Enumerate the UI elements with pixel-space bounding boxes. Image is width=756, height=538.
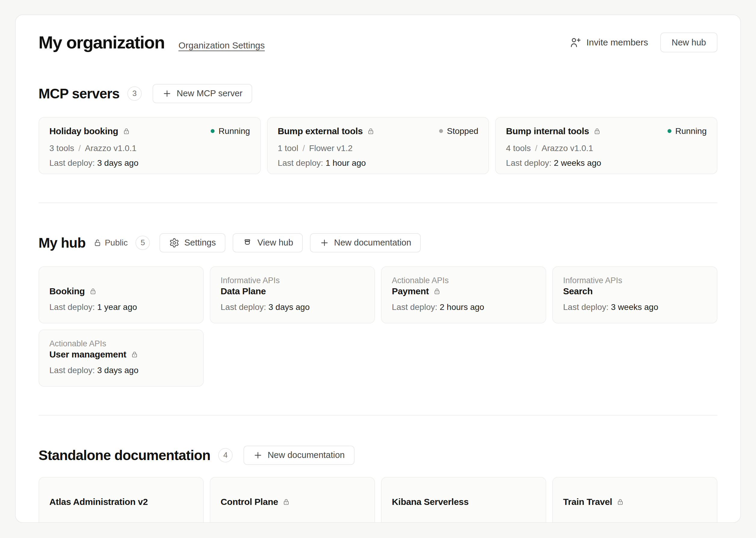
mcp-server-card[interactable]: Bump external tools Stopped 1 tool/Flowe… [267,117,489,174]
hub-cards-row-2: Actionable APIs User management Last dep… [38,330,718,387]
hub-doc-card[interactable]: Informative APIs Data Plane Last deploy:… [210,266,375,323]
mcp-servers-header: MCP servers 3 New MCP server [38,84,718,103]
page-header: My organization Organization Settings In… [38,15,718,53]
standalone-new-documentation-label: New documentation [268,450,345,460]
new-mcp-server-button[interactable]: New MCP server [153,84,252,103]
invite-members-button[interactable]: Invite members [569,36,648,48]
lock-icon [367,127,375,135]
standalone-cards-row: Atlas Administration v2 Control Plane Ki… [38,477,718,523]
hub-visibility: Public [93,238,128,248]
plus-icon [253,451,263,460]
standalone-count-badge: 4 [218,448,233,462]
doc-category: Informative APIs [563,267,707,286]
view-hub-button[interactable]: View hub [233,233,303,252]
hub-doc-card[interactable]: Actionable APIs Payment Last deploy:2 ho… [381,266,546,323]
my-hub-heading: My hub [38,235,85,251]
status-dot [211,129,215,133]
status-label: Stopped [447,126,478,136]
section-divider [38,415,718,415]
lock-icon [593,127,601,135]
mcp-card-meta: 4 tools/Arazzo v1.0.1 [506,143,707,153]
hub-new-documentation-button[interactable]: New documentation [310,233,421,252]
lock-icon [282,498,290,506]
mcp-server-card[interactable]: Holiday booking Running 3 tools/Arazzo v… [38,117,261,174]
main-panel: My organization Organization Settings In… [15,15,741,523]
last-deploy: Last deploy:3 days ago [49,158,250,168]
mcp-card-meta: 3 tools/Arazzo v1.0.1 [49,143,250,153]
standalone-header: Standalone documentation 4 New documenta… [38,446,718,465]
gear-icon [169,238,179,248]
doc-title: User management [49,350,127,359]
standalone-doc-card[interactable]: Atlas Administration v2 [38,477,204,523]
mcp-count-badge: 3 [127,86,142,101]
standalone-doc-card[interactable]: Kibana Serverless [381,477,546,523]
last-deploy: Last deploy:3 days ago [221,302,364,312]
status-dot [439,129,443,133]
mcp-card-title: Bump external tools [278,126,363,136]
doc-category [49,267,193,286]
last-deploy: Last deploy:1 year ago [49,302,193,312]
doc-title: Payment [392,286,429,296]
new-hub-label: New hub [672,38,706,48]
user-plus-icon [569,36,581,48]
my-hub-header: My hub Public 5 Settings View hub [38,233,718,252]
plus-icon [320,238,329,248]
lock-open-icon [93,239,102,247]
doc-title: Control Plane [221,497,278,507]
status-badge: Running [211,126,250,136]
invite-members-label: Invite members [586,37,648,48]
new-hub-button[interactable]: New hub [660,32,718,52]
page-title: My organization [38,32,165,53]
status-dot [668,129,672,133]
hub-settings-label: Settings [184,238,216,248]
status-badge: Running [668,126,707,136]
standalone-doc-card[interactable]: Train Travel [552,477,718,523]
new-mcp-server-label: New MCP server [177,88,243,98]
hub-doc-card[interactable]: Booking Last deploy:1 year ago [38,266,204,323]
hub-doc-card[interactable]: Informative APIs Search Last deploy:3 we… [552,266,718,323]
last-deploy: Last deploy:3 weeks ago [563,302,707,312]
doc-title: Data Plane [221,286,266,296]
doc-title: Kibana Serverless [392,497,468,507]
doc-category: Actionable APIs [49,330,193,350]
hub-new-documentation-label: New documentation [334,238,411,248]
mcp-cards-row: Holiday booking Running 3 tools/Arazzo v… [38,117,718,174]
lock-icon [131,350,138,358]
standalone-heading: Standalone documentation [38,447,210,463]
hub-jar-icon [242,238,252,248]
mcp-server-card[interactable]: Bump internal tools Running 4 tools/Araz… [495,117,718,174]
last-deploy: Last deploy:2 hours ago [392,302,535,312]
doc-title: Atlas Administration v2 [49,497,148,507]
doc-title: Booking [49,286,85,296]
lock-icon [616,498,624,506]
status-label: Running [675,126,707,136]
organization-settings-link[interactable]: Organization Settings [179,40,265,51]
doc-title: Train Travel [563,497,612,507]
lock-icon [89,287,97,295]
mcp-card-title: Holiday booking [49,126,118,136]
hub-cards-row-1: Booking Last deploy:1 year ago Informati… [38,266,718,323]
lock-icon [433,287,441,295]
mcp-servers-heading: MCP servers [38,85,120,102]
doc-title: Search [563,286,593,296]
hub-visibility-label: Public [105,238,128,248]
lock-icon [123,127,130,135]
mcp-card-title: Bump internal tools [506,126,589,136]
standalone-doc-card[interactable]: Control Plane [210,477,375,523]
hub-doc-card[interactable]: Actionable APIs User management Last dep… [38,330,204,387]
section-divider [38,202,718,203]
mcp-card-meta: 1 tool/Flower v1.2 [278,143,478,153]
plus-icon [162,89,172,98]
last-deploy: Last deploy:3 days ago [49,366,193,375]
standalone-new-documentation-button[interactable]: New documentation [243,446,354,465]
status-label: Running [219,126,250,136]
view-hub-label: View hub [257,238,293,248]
doc-category: Actionable APIs [392,267,535,286]
last-deploy: Last deploy:1 hour ago [278,158,478,168]
hub-settings-button[interactable]: Settings [159,233,225,252]
status-badge: Stopped [439,126,478,136]
doc-category: Informative APIs [221,267,364,286]
last-deploy: Last deploy:2 weeks ago [506,158,707,168]
hub-count-badge: 5 [135,236,150,250]
